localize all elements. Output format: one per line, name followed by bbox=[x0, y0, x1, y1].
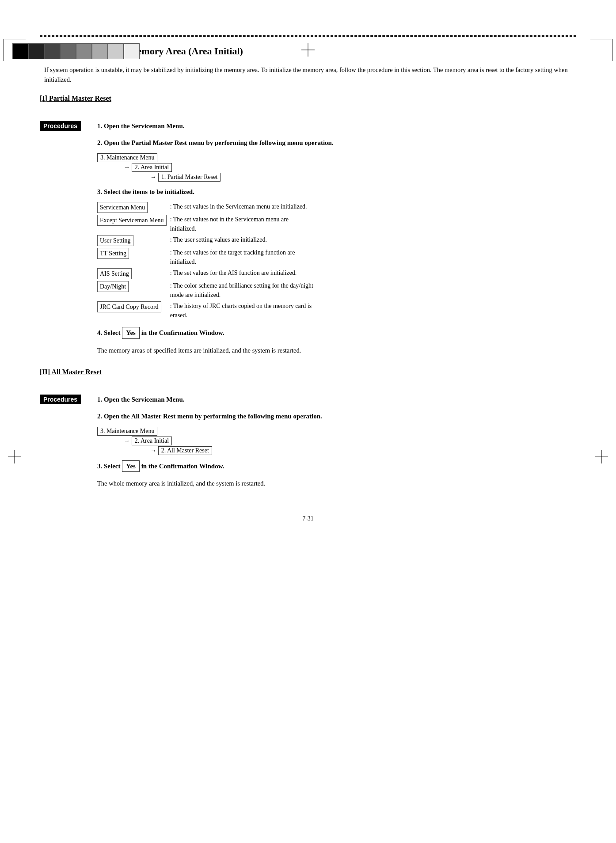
menu-box-level2: 1. Partial Master Reset bbox=[158, 173, 221, 182]
item-row-0: Serviceman Menu : The set values in the … bbox=[97, 201, 317, 214]
page: 7.4.2 Initialization of Memory Area (Are… bbox=[0, 35, 616, 843]
item-desc-6: : The history of JRC charts copied on th… bbox=[170, 300, 317, 321]
menu-box-level1: 2. Area Initial bbox=[132, 163, 172, 172]
part-ii-step-3: 3. Select Yes in the Confirmation Window… bbox=[40, 460, 576, 472]
part-ii-menu-path: 3. Maintenance Menu → 2. Area Initial → … bbox=[97, 427, 576, 455]
step-3-content: 3. Select the items to be initialized. bbox=[97, 187, 576, 197]
step-4-text: Select Yes in the Confirmation Window. bbox=[104, 329, 224, 336]
item-row-2: User Setting : The user setting values a… bbox=[97, 234, 317, 247]
item-row-4: AIS Setting : The set values for the AIS… bbox=[97, 267, 317, 280]
step-ii-1-text: Open the Serviceman Menu. bbox=[104, 396, 184, 403]
part-i-heading-wrap: [I] Partial Master Reset bbox=[40, 95, 576, 111]
part-i-step-3: 3. Select the items to be initialized. bbox=[40, 187, 576, 197]
item-desc-0: : The set values in the Serviceman menu … bbox=[170, 201, 317, 214]
item-row-6: JRC Card Copy Record : The history of JR… bbox=[97, 300, 317, 321]
menu-path-ii-level1: → 2. Area Initial bbox=[124, 437, 576, 445]
menu-box-level0: 3. Maintenance Menu bbox=[97, 153, 157, 162]
item-desc-1: : The set values not in the Serviceman m… bbox=[170, 214, 317, 234]
item-label-2: User Setting bbox=[97, 234, 170, 247]
yes-box-i[interactable]: Yes bbox=[122, 327, 140, 339]
step-4-number: 4. bbox=[97, 329, 102, 336]
step-4-content: 4. Select Yes in the Confirmation Window… bbox=[97, 327, 576, 339]
item-row-3: TT Setting : The set values for the targ… bbox=[97, 247, 317, 267]
top-bar-box-6 bbox=[92, 43, 108, 59]
part-ii-step-1: Procedures 1. Open the Serviceman Menu. bbox=[40, 395, 576, 405]
menu-box-ii-level1: 2. Area Initial bbox=[132, 437, 172, 445]
top-bar-box-1 bbox=[12, 43, 28, 59]
part-i-heading: [I] Partial Master Reset bbox=[40, 95, 111, 103]
menu-path-level2: → 1. Partial Master Reset bbox=[150, 173, 576, 182]
item-label-1: Except Serviceman Menu bbox=[97, 214, 170, 234]
items-table: Serviceman Menu : The set values in the … bbox=[97, 201, 317, 321]
step-2-number: 2. bbox=[97, 139, 102, 146]
part-ii-step-2: 2. Open the All Master Rest menu by perf… bbox=[40, 411, 576, 422]
top-bar-box-4 bbox=[60, 43, 76, 59]
page-number: 7-31 bbox=[40, 515, 576, 522]
part-i-step-2: 2. Open the Partial Master Rest menu by … bbox=[40, 138, 576, 148]
part-ii-heading: [II] All Master Reset bbox=[40, 368, 102, 376]
step-1-text: Open the Serviceman Menu. bbox=[104, 122, 184, 129]
item-label-6: JRC Card Copy Record bbox=[97, 300, 170, 321]
item-label-0: Serviceman Menu bbox=[97, 201, 170, 214]
confirmation-text-i: The memory areas of specified items are … bbox=[97, 346, 576, 356]
step-1-content: 1. Open the Serviceman Menu. bbox=[97, 121, 576, 131]
part-i-step-4: 4. Select Yes in the Confirmation Window… bbox=[40, 327, 576, 339]
menu-path-ii-level2: → 2. All Master Reset bbox=[150, 446, 576, 455]
procedures-badge-ii: Procedures bbox=[40, 395, 81, 404]
crosshair-left bbox=[8, 450, 21, 463]
step-ii-1-number: 1. bbox=[97, 396, 102, 403]
top-bar bbox=[12, 43, 140, 59]
menu-path-level0: 3. Maintenance Menu bbox=[97, 153, 576, 162]
crosshair-right bbox=[595, 450, 608, 463]
item-label-4: AIS Setting bbox=[97, 267, 170, 280]
step-ii-2-text: Open the All Master Rest menu by perform… bbox=[104, 413, 322, 420]
part-i-confirmation: The memory areas of specified items are … bbox=[97, 346, 576, 356]
part-ii-heading-wrap: [II] All Master Reset bbox=[40, 368, 576, 385]
step-ii-1-content: 1. Open the Serviceman Menu. bbox=[97, 395, 576, 405]
step-3-text: Select the items to be initialized. bbox=[104, 188, 194, 195]
dashed-rule bbox=[40, 35, 576, 37]
step-ii-3-text: Select Yes in the Confirmation Window. bbox=[104, 463, 224, 470]
menu-box-ii-level0: 3. Maintenance Menu bbox=[97, 427, 157, 436]
menu-path-ii-level0: 3. Maintenance Menu bbox=[97, 427, 576, 436]
item-row-5: Day/Night : The color scheme and brillia… bbox=[97, 280, 317, 300]
top-bar-box-3 bbox=[44, 43, 60, 59]
step-ii-3-number: 3. bbox=[97, 463, 102, 470]
step-ii-3-content: 3. Select Yes in the Confirmation Window… bbox=[97, 460, 576, 472]
crosshair-top bbox=[301, 43, 315, 57]
step-1-number: 1. bbox=[97, 122, 102, 129]
main-content: 7.4.2 Initialization of Memory Area (Are… bbox=[40, 35, 576, 522]
item-desc-5: : The color scheme and brilliance settin… bbox=[170, 280, 317, 300]
part-ii-confirmation: The whole memory area is initialized, an… bbox=[97, 479, 576, 489]
corner-mark-tr bbox=[590, 39, 612, 61]
intro-text: If system operation is unstable, it may … bbox=[44, 65, 576, 85]
top-bar-box-7 bbox=[108, 43, 124, 59]
item-desc-4: : The set values for the AIS function ar… bbox=[170, 267, 317, 280]
top-bar-box-2 bbox=[28, 43, 44, 59]
menu-path-level1: → 2. Area Initial bbox=[124, 163, 576, 172]
item-label-3: TT Setting bbox=[97, 247, 170, 267]
item-desc-3: : The set values for the target tracking… bbox=[170, 247, 317, 267]
menu-box-ii-level2: 2. All Master Reset bbox=[158, 446, 212, 455]
item-row-1: Except Serviceman Menu : The set values … bbox=[97, 214, 317, 234]
item-label-5: Day/Night bbox=[97, 280, 170, 300]
procedures-badge: Procedures bbox=[40, 121, 81, 131]
step-3-number: 3. bbox=[97, 188, 102, 195]
part-i-menu-path: 3. Maintenance Menu → 2. Area Initial → … bbox=[97, 153, 576, 182]
items-table-wrap: Serviceman Menu : The set values in the … bbox=[97, 201, 576, 321]
procedures-badge-col: Procedures bbox=[40, 121, 97, 131]
confirmation-text-ii: The whole memory area is initialized, an… bbox=[97, 479, 576, 489]
top-bar-box-5 bbox=[76, 43, 92, 59]
part-i-step-1: Procedures 1. Open the Serviceman Menu. bbox=[40, 121, 576, 131]
step-ii-2-content: 2. Open the All Master Rest menu by perf… bbox=[97, 411, 576, 422]
step-2-text: Open the Partial Master Rest menu by per… bbox=[104, 139, 334, 146]
step-ii-2-number: 2. bbox=[97, 413, 102, 420]
yes-box-ii[interactable]: Yes bbox=[122, 460, 140, 472]
procedures-badge-col-ii: Procedures bbox=[40, 395, 97, 404]
step-2-content: 2. Open the Partial Master Rest menu by … bbox=[97, 138, 576, 148]
item-desc-2: : The user setting values are initialize… bbox=[170, 234, 317, 247]
top-bar-box-8 bbox=[124, 43, 140, 59]
